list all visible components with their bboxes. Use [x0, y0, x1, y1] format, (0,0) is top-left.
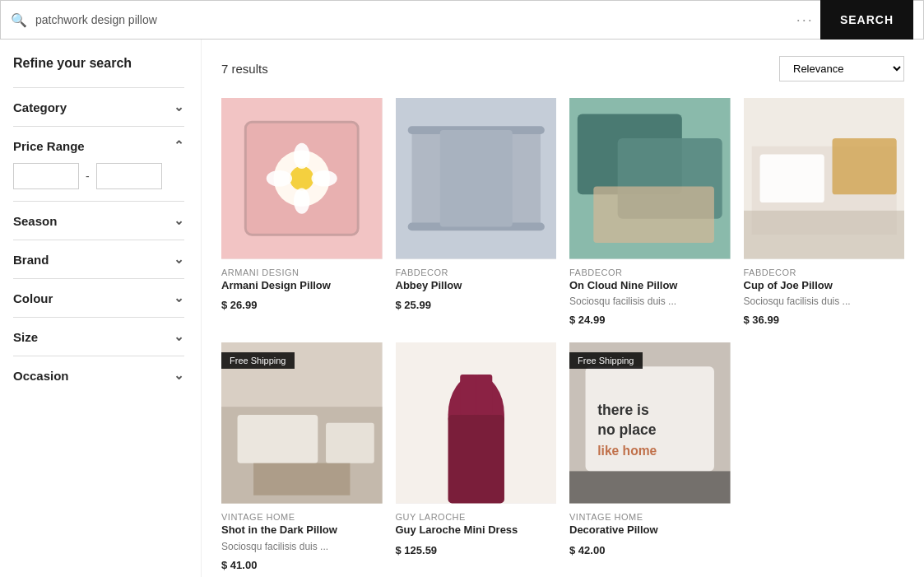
chevron-down-icon: ⌄	[174, 291, 184, 305]
product-brand: VINTAGE HOME	[221, 512, 383, 522]
svg-rect-16	[593, 187, 714, 243]
filter-occasion: Occasion ⌄	[13, 356, 184, 394]
product-desc: Sociosqu facilisis duis ...	[569, 295, 731, 307]
svg-rect-20	[832, 138, 896, 194]
product-card[interactable]: FABDECORAbbey Pillow$ 25.99	[396, 98, 557, 326]
product-brand: VINTAGE HOME	[569, 512, 731, 522]
svg-rect-29	[448, 415, 504, 504]
product-price: $ 25.99	[396, 299, 557, 311]
svg-text:like home: like home	[597, 444, 657, 458]
svg-rect-30	[460, 375, 476, 415]
filter-size-label: Size	[13, 330, 38, 344]
free-shipping-badge: Free Shipping	[569, 352, 643, 369]
filter-season-header[interactable]: Season ⌄	[13, 213, 184, 228]
filter-category-header[interactable]: Category ⌄	[13, 100, 184, 114]
svg-rect-31	[476, 375, 492, 415]
product-desc: Sociosqu facilisis duis ...	[744, 295, 905, 307]
results-count: 7 results	[221, 62, 268, 76]
price-max-input[interactable]	[96, 163, 162, 189]
product-card[interactable]: FABDECOROn Cloud Nine PillowSociosqu fac…	[569, 98, 731, 326]
chevron-up-icon: ⌃	[174, 138, 184, 153]
product-price: $ 41.00	[221, 559, 383, 571]
filter-price-range-label: Price Range	[13, 139, 85, 153]
svg-point-3	[290, 166, 313, 190]
svg-point-6	[267, 170, 292, 187]
filter-brand: Brand ⌄	[13, 240, 184, 278]
content-area: 7 results Relevance Price: Low to High P…	[202, 40, 924, 577]
filter-season: Season ⌄	[13, 201, 184, 240]
product-name[interactable]: Abbey Pillow	[396, 279, 557, 293]
sidebar-title: Refine your search	[13, 56, 184, 71]
filter-size-header[interactable]: Size ⌄	[13, 329, 184, 344]
product-desc: Sociosqu facilisis duis ...	[221, 541, 383, 552]
svg-rect-12	[439, 130, 512, 226]
product-price: $ 36.99	[744, 314, 905, 326]
product-brand: FABDECOR	[744, 268, 905, 277]
product-price: $ 125.59	[396, 544, 557, 556]
search-bar: 🔍 ··· SEARCH	[0, 0, 924, 40]
product-card[interactable]: FABDECORCup of Joe PillowSociosqu facili…	[744, 98, 905, 326]
svg-rect-19	[759, 154, 824, 202]
svg-rect-26	[253, 463, 350, 496]
filter-price-range-header[interactable]: Price Range ⌃	[13, 138, 184, 153]
search-icon: 🔍	[11, 12, 27, 28]
product-card[interactable]: GUY LAROCHEGuy Laroche Mini Dress$ 125.5…	[396, 342, 557, 570]
filter-occasion-header[interactable]: Occasion ⌄	[13, 368, 184, 383]
results-header: 7 results Relevance Price: Low to High P…	[221, 56, 904, 81]
filter-colour-header[interactable]: Colour ⌄	[13, 291, 184, 305]
search-button[interactable]: SEARCH	[820, 0, 913, 40]
chevron-down-icon: ⌄	[174, 100, 184, 114]
search-dots: ···	[796, 12, 814, 29]
svg-point-5	[294, 188, 310, 213]
filter-occasion-label: Occasion	[13, 369, 69, 383]
price-range-inputs: -	[13, 163, 184, 189]
svg-point-4	[294, 143, 310, 169]
chevron-down-icon: ⌄	[174, 329, 184, 344]
product-card[interactable]: Free ShippingVINTAGE HOMEShot in the Dar…	[221, 342, 383, 570]
product-brand: FABDECOR	[396, 268, 557, 277]
filter-size: Size ⌄	[13, 317, 184, 356]
product-image-wrapper	[744, 98, 905, 259]
product-price: $ 42.00	[569, 544, 731, 556]
filter-colour-label: Colour	[13, 291, 53, 305]
svg-text:there is: there is	[597, 402, 649, 418]
product-name[interactable]: Decorative Pillow	[569, 523, 731, 537]
filter-brand-header[interactable]: Brand ⌄	[13, 252, 184, 267]
filter-price-range: Price Range ⌃ -	[13, 126, 184, 201]
sidebar: Refine your search Category ⌄ Price Rang…	[0, 40, 202, 577]
product-brand: FABDECOR	[569, 268, 731, 277]
product-image-wrapper	[396, 98, 557, 259]
product-image-wrapper	[569, 98, 731, 259]
product-name[interactable]: Armani Design Pillow	[221, 279, 383, 293]
product-grid: ARMANI DESIGNArmani Design Pillow$ 26.99…	[221, 98, 904, 571]
product-name[interactable]: Shot in the Dark Pillow	[221, 523, 383, 537]
product-price: $ 24.99	[569, 314, 731, 326]
sort-select[interactable]: Relevance Price: Low to High Price: High…	[779, 56, 904, 81]
chevron-down-icon: ⌄	[174, 368, 184, 383]
filter-brand-label: Brand	[13, 253, 49, 267]
price-min-input[interactable]	[13, 163, 79, 189]
product-name[interactable]: Cup of Joe Pillow	[744, 279, 905, 293]
filter-category-label: Category	[13, 100, 67, 114]
product-image-wrapper: there is no place like home Free Shippin…	[569, 342, 731, 504]
product-image-wrapper	[396, 342, 557, 504]
svg-rect-37	[569, 472, 731, 504]
search-input[interactable]	[35, 13, 796, 26]
svg-rect-21	[744, 211, 905, 259]
product-brand: GUY LAROCHE	[396, 512, 557, 522]
svg-text:no place: no place	[597, 422, 657, 439]
filter-category: Category ⌄	[13, 87, 184, 126]
svg-rect-24	[238, 415, 318, 463]
product-card[interactable]: ARMANI DESIGNArmani Design Pillow$ 26.99	[221, 98, 383, 326]
product-name[interactable]: Guy Laroche Mini Dress	[396, 523, 557, 537]
filter-colour: Colour ⌄	[13, 278, 184, 317]
svg-point-7	[311, 170, 337, 187]
product-image-wrapper	[221, 98, 383, 259]
product-card[interactable]: there is no place like home Free Shippin…	[569, 342, 731, 570]
product-price: $ 26.99	[221, 299, 383, 311]
chevron-down-icon: ⌄	[174, 252, 184, 267]
price-dash: -	[86, 170, 90, 183]
product-name[interactable]: On Cloud Nine Pillow	[569, 279, 731, 293]
chevron-down-icon: ⌄	[174, 213, 184, 228]
svg-rect-25	[326, 423, 374, 463]
